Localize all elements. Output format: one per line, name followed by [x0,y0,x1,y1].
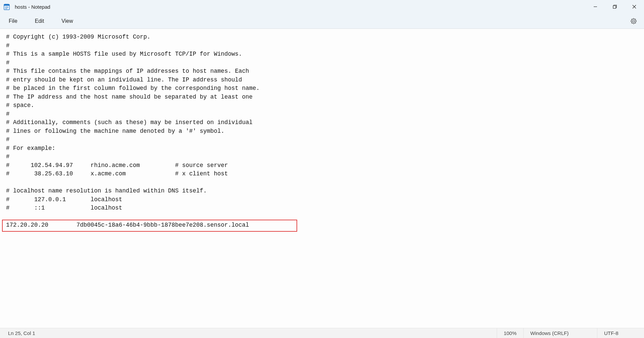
status-encoding: UTF-8 [597,328,644,338]
gear-icon [631,18,637,24]
minimize-button[interactable] [586,0,605,13]
window-title: hosts - Notepad [15,4,50,10]
titlebar: hosts - Notepad [0,0,644,13]
text-editor[interactable]: # Copyright (c) 1993-2009 Microsoft Corp… [0,29,644,328]
svg-rect-10 [613,6,616,8]
status-position: Ln 25, Col 1 [0,328,42,338]
menu-view[interactable]: View [57,16,77,26]
status-zoom[interactable]: 100% [497,328,523,338]
window-controls [586,0,644,13]
maximize-button[interactable] [605,0,625,13]
settings-button[interactable] [626,13,641,29]
menubar: File Edit View [0,13,644,29]
menu-file[interactable]: File [5,16,21,26]
statusbar: Ln 25, Col 1 100% Windows (CRLF) UTF-8 [0,328,644,338]
status-line-ending: Windows (CRLF) [523,328,597,338]
menu-edit[interactable]: Edit [31,16,48,26]
close-button[interactable] [625,0,644,13]
notepad-icon [3,3,10,10]
svg-rect-1 [4,4,9,6]
editor-content: # Copyright (c) 1993-2009 Microsoft Corp… [6,34,260,228]
